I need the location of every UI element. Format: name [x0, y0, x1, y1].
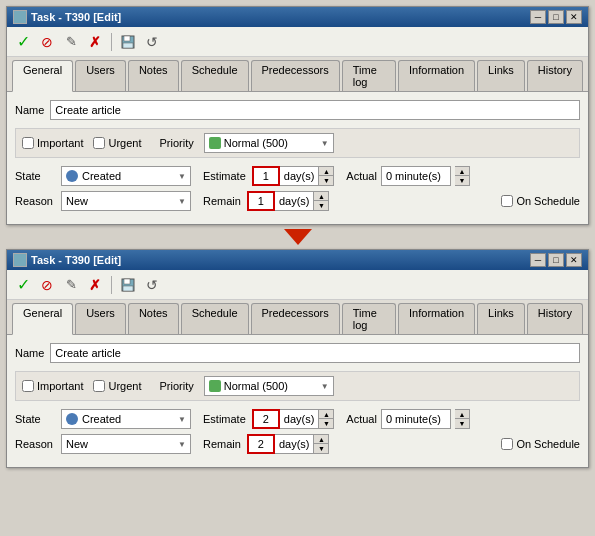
estimate-input-2[interactable] — [252, 409, 280, 429]
remain-down-2[interactable]: ▼ — [314, 444, 328, 453]
actual-input-1[interactable] — [381, 166, 451, 186]
minimize-button-1[interactable]: ─ — [530, 10, 546, 24]
remain-up-1[interactable]: ▲ — [314, 192, 328, 201]
remain-label-2: Remain — [203, 438, 241, 450]
name-input-2[interactable] — [50, 343, 580, 363]
priority-select-2[interactable]: Normal (500) ▼ — [204, 376, 334, 396]
remain-unit-2: day(s) — [275, 434, 315, 454]
refresh-button-2[interactable]: ↺ — [141, 274, 163, 296]
tab-information-2[interactable]: Information — [398, 303, 475, 334]
tab-notes-2[interactable]: Notes — [128, 303, 179, 334]
reason-select-2[interactable]: New ▼ — [61, 434, 191, 454]
on-schedule-check-2[interactable] — [501, 438, 513, 450]
tab-notes-1[interactable]: Notes — [128, 60, 179, 91]
title-bar-1: Task - T390 [Edit] ─ □ ✕ — [7, 7, 588, 27]
tab-users-1[interactable]: Users — [75, 60, 126, 91]
remain-input-1[interactable] — [247, 191, 275, 211]
check-button-2[interactable]: ✓ — [12, 274, 34, 296]
urgent-checkbox-1[interactable]: Urgent — [93, 137, 141, 149]
svg-rect-2 — [123, 43, 133, 48]
toolbar-1: ✓ ⊘ ✎ ✗ ↺ — [7, 27, 588, 57]
estimate-down-2[interactable]: ▼ — [319, 419, 333, 428]
close-button-1[interactable]: ✕ — [566, 10, 582, 24]
tab-predecessors-1[interactable]: Predecessors — [251, 60, 340, 91]
tab-general-2[interactable]: General — [12, 303, 73, 335]
on-schedule-check-1[interactable] — [501, 195, 513, 207]
delete-button-1[interactable]: ✗ — [84, 31, 106, 53]
reason-arrow-2: ▼ — [178, 440, 186, 449]
state-row-1: State Created ▼ Estimate day(s) ▲ ▼ Actu… — [15, 166, 580, 186]
reason-value-2: New — [66, 438, 88, 450]
maximize-button-1[interactable]: □ — [548, 10, 564, 24]
tab-users-2[interactable]: Users — [75, 303, 126, 334]
important-checkbox-1[interactable]: Important — [22, 137, 83, 149]
maximize-button-2[interactable]: □ — [548, 253, 564, 267]
title-bar-2: Task - T390 [Edit] ─ □ ✕ — [7, 250, 588, 270]
actual-up-2[interactable]: ▲ — [455, 410, 469, 419]
edit-button-2[interactable]: ✎ — [60, 274, 82, 296]
save-button-1[interactable] — [117, 31, 139, 53]
state-arrow-1: ▼ — [178, 172, 186, 181]
actual-up-1[interactable]: ▲ — [455, 167, 469, 176]
remain-down-1[interactable]: ▼ — [314, 201, 328, 210]
tab-schedule-1[interactable]: Schedule — [181, 60, 249, 91]
state-select-2[interactable]: Created ▼ — [61, 409, 191, 429]
name-input-1[interactable] — [50, 100, 580, 120]
svg-rect-1 — [124, 36, 130, 41]
priority-label-2: Priority — [160, 380, 194, 392]
close-button-2[interactable]: ✕ — [566, 253, 582, 267]
edit-button-1[interactable]: ✎ — [60, 31, 82, 53]
actual-label-1: Actual — [346, 170, 377, 182]
actual-down-2[interactable]: ▼ — [455, 419, 469, 428]
svg-rect-5 — [123, 286, 133, 291]
tab-information-1[interactable]: Information — [398, 60, 475, 91]
cancel-button-1[interactable]: ⊘ — [36, 31, 58, 53]
tab-links-2[interactable]: Links — [477, 303, 525, 334]
remain-input-2[interactable] — [247, 434, 275, 454]
priority-value-2: Normal (500) — [224, 380, 288, 392]
delete-button-2[interactable]: ✗ — [84, 274, 106, 296]
tab-timelog-1[interactable]: Time log — [342, 60, 396, 91]
tab-timelog-2[interactable]: Time log — [342, 303, 396, 334]
down-arrow-shape — [284, 229, 312, 245]
priority-select-1[interactable]: Normal (500) ▼ — [204, 133, 334, 153]
tab-schedule-2[interactable]: Schedule — [181, 303, 249, 334]
state-label-2: State — [15, 413, 55, 425]
state-icon-2 — [66, 413, 78, 425]
remain-up-2[interactable]: ▲ — [314, 435, 328, 444]
estimate-unit-1: day(s) — [280, 166, 320, 186]
window-title-1: Task - T390 [Edit] — [31, 11, 121, 23]
svg-rect-4 — [124, 279, 130, 284]
estimate-down-1[interactable]: ▼ — [319, 176, 333, 185]
save-button-2[interactable] — [117, 274, 139, 296]
actual-down-1[interactable]: ▼ — [455, 176, 469, 185]
state-icon-1 — [66, 170, 78, 182]
priority-arrow-1: ▼ — [321, 139, 329, 148]
tab-general-1[interactable]: General — [12, 60, 73, 92]
reason-select-1[interactable]: New ▼ — [61, 191, 191, 211]
estimate-arrows-2: ▲ ▼ — [319, 409, 334, 429]
estimate-up-1[interactable]: ▲ — [319, 167, 333, 176]
reason-value-1: New — [66, 195, 88, 207]
reason-label-1: Reason — [15, 195, 55, 207]
refresh-button-1[interactable]: ↺ — [141, 31, 163, 53]
actual-label-2: Actual — [346, 413, 377, 425]
minimize-button-2[interactable]: ─ — [530, 253, 546, 267]
estimate-input-1[interactable] — [252, 166, 280, 186]
urgent-checkbox-2[interactable]: Urgent — [93, 380, 141, 392]
remain-unit-1: day(s) — [275, 191, 315, 211]
estimate-up-2[interactable]: ▲ — [319, 410, 333, 419]
tab-links-1[interactable]: Links — [477, 60, 525, 91]
actual-group-2: Actual ▲ ▼ — [346, 409, 470, 429]
tab-history-1[interactable]: History — [527, 60, 583, 91]
cancel-button-2[interactable]: ⊘ — [36, 274, 58, 296]
important-checkbox-2[interactable]: Important — [22, 380, 83, 392]
estimate-spinbox-2: day(s) ▲ ▼ — [252, 409, 335, 429]
tab-predecessors-2[interactable]: Predecessors — [251, 303, 340, 334]
state-select-1[interactable]: Created ▼ — [61, 166, 191, 186]
reason-arrow-1: ▼ — [178, 197, 186, 206]
actual-input-2[interactable] — [381, 409, 451, 429]
on-schedule-2: On Schedule — [501, 438, 580, 450]
tab-history-2[interactable]: History — [527, 303, 583, 334]
check-button-1[interactable]: ✓ — [12, 31, 34, 53]
